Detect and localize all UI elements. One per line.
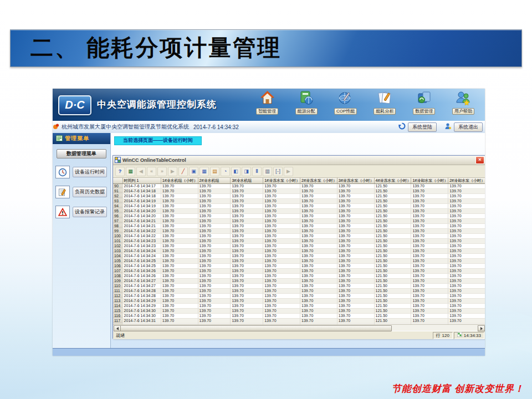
cell-value: 121.50 xyxy=(374,259,411,264)
nav-item-intelligent-management[interactable]: 智能管理 xyxy=(250,90,284,120)
column-header[interactable]: 3#冷水机组 xyxy=(231,178,263,184)
table-row[interactable]: 1112014-7-6 14:34:28139.70139.70139.7013… xyxy=(113,289,485,294)
table-row[interactable]: 902014-7-6 14:34:17139.70139.70139.70139… xyxy=(113,184,485,189)
expand-rows-icon[interactable]: [-] xyxy=(273,167,283,176)
cell-value: 139.70 xyxy=(337,249,374,254)
scrollbar-thumb[interactable] xyxy=(120,325,392,331)
cell-timestamp: 2014-7-6 14:34:26 xyxy=(122,274,161,279)
column-header[interactable]: 1#冷水机组（小时） xyxy=(161,178,198,184)
column-header[interactable]: 3#冷冻水泵（小时） xyxy=(337,178,374,184)
wincc-titlebar[interactable]: WinCC OnlineTableControl × xyxy=(113,156,485,165)
table-row[interactable]: 1012014-7-6 14:34:23139.70139.70139.7013… xyxy=(113,239,485,244)
column-header[interactable]: 2#冷水机组 xyxy=(198,178,231,184)
table-row[interactable]: 1092014-7-6 14:34:27139.70139.70139.7013… xyxy=(113,279,485,284)
column-header[interactable]: 2#冷冻水泵（小时） xyxy=(300,178,337,184)
table-row[interactable]: 912014-7-6 14:34:18139.70139.70139.70139… xyxy=(113,189,485,194)
data-management-menu-button[interactable]: 数据管理菜单 xyxy=(57,149,106,158)
cell-value: 139.70 xyxy=(161,284,198,289)
nav-item-energy-allocation[interactable]: 能源分配 xyxy=(289,90,324,120)
configure-table-icon[interactable]: ▦ xyxy=(126,167,135,176)
help-icon[interactable]: ? xyxy=(115,167,125,176)
nav-item-cop-performance[interactable]: COP性能 xyxy=(329,90,363,120)
status-row-cell: 行 120 xyxy=(433,332,453,339)
sidebar-item-device-runtime[interactable]: 设备运行时间 xyxy=(55,166,110,178)
row-number: 101 xyxy=(113,239,122,244)
table-row[interactable]: 1022014-7-6 14:34:23139.70139.70139.7013… xyxy=(113,244,485,249)
row-number: 108 xyxy=(113,274,122,279)
table-row[interactable]: 1002014-7-6 14:34:22139.70139.70139.7013… xyxy=(113,234,485,239)
column-header[interactable]: 1#冷冻水泵（小时） xyxy=(263,178,300,184)
cell-value: 139.70 xyxy=(263,184,300,189)
cell-value: 139.70 xyxy=(231,214,263,219)
export-data-icon[interactable]: ◨ xyxy=(242,167,251,176)
current-page-banner: 当前选择页面——设备运行时间 xyxy=(114,136,202,145)
table-row[interactable]: 1152014-7-6 14:34:30139.70139.70139.7013… xyxy=(113,309,485,314)
sidebar-item-load-history[interactable]: 负荷历史数据 xyxy=(55,186,110,198)
refresh-icon[interactable] xyxy=(398,122,406,132)
cell-value: 139.70 xyxy=(161,289,198,294)
table-row[interactable]: 1132014-7-6 14:34:29139.70139.70139.7013… xyxy=(113,299,485,304)
nav-item-user-help[interactable]: 用户帮助 xyxy=(446,90,480,120)
cell-value: 139.70 xyxy=(231,194,263,199)
cell-value: 139.70 xyxy=(263,234,300,239)
copy-icon[interactable]: ▣ xyxy=(189,167,198,176)
pause-icon[interactable]: ‖ xyxy=(252,167,262,176)
horizontal-scrollbar[interactable] xyxy=(113,324,485,331)
system-login-button[interactable]: 系统登陆 xyxy=(408,122,437,132)
table-row[interactable]: 1052014-7-6 14:34:25139.70139.70139.7013… xyxy=(113,259,485,264)
table-row[interactable]: 932014-7-6 14:34:19139.70139.70139.70139… xyxy=(113,199,485,204)
table-row[interactable]: 1172014-7-6 14:34:31139.70139.70139.7013… xyxy=(113,319,485,324)
system-logout-button[interactable]: 系统退出 xyxy=(454,122,483,132)
close-icon[interactable]: × xyxy=(475,156,484,164)
column-header[interactable]: 1#冷却水泵（小时） xyxy=(411,178,448,184)
column-header[interactable]: 时间列 1 xyxy=(122,178,161,184)
export-begin-icon[interactable]: ◧ xyxy=(231,167,241,176)
cell-value: 121.50 xyxy=(374,189,411,194)
table-row[interactable]: 952014-7-6 14:34:20139.70139.70139.70139… xyxy=(113,209,485,214)
sidebar-item-device-alarm[interactable]: 设备报警记录 xyxy=(55,206,110,218)
table-row[interactable]: 1162014-7-6 14:34:30139.70139.70139.7013… xyxy=(113,314,485,319)
table-row[interactable]: 1142014-7-6 14:34:29139.70139.70139.7013… xyxy=(113,304,485,309)
cell-value: 139.70 xyxy=(161,184,198,189)
table-row[interactable]: 1082014-7-6 14:34:26139.70139.70139.7013… xyxy=(113,274,485,279)
time-base-icon[interactable]: ◔ xyxy=(221,167,230,176)
table-row[interactable]: 1032014-7-6 14:34:24139.70139.70139.7013… xyxy=(113,249,485,254)
table-row[interactable]: 942014-7-6 14:34:19139.70139.70139.70139… xyxy=(113,204,485,209)
cell-value: 139.70 xyxy=(263,224,300,229)
energy-allocation-icon xyxy=(299,90,314,108)
row-number: 103 xyxy=(113,249,122,254)
cell-value: 139.70 xyxy=(411,289,448,294)
cell-value: 139.70 xyxy=(198,249,231,254)
cell-value: 139.70 xyxy=(231,304,263,309)
select-columns-icon[interactable]: ▦ xyxy=(200,167,209,176)
cell-value: 139.70 xyxy=(300,214,337,219)
cell-value: 139.70 xyxy=(448,319,485,324)
cell-value: 139.70 xyxy=(161,254,198,259)
table-row[interactable]: 972014-7-6 14:34:21139.70139.70139.70139… xyxy=(113,219,485,224)
scroll-right-icon[interactable] xyxy=(478,325,485,331)
nav-item-energy-analysis[interactable]: 能耗分析 xyxy=(367,90,402,120)
nav-item-data-management[interactable]: 数据管理 xyxy=(407,90,441,120)
table-row[interactable]: 992014-7-6 14:34:22139.70139.70139.70139… xyxy=(113,229,485,234)
column-header[interactable]: 4#冷冻水泵（小时） xyxy=(374,178,411,184)
table-row[interactable]: 982014-7-6 14:34:21139.70139.70139.70139… xyxy=(113,224,485,229)
table-row[interactable]: 1102014-7-6 14:34:27139.70139.70139.7013… xyxy=(113,284,485,289)
table-row[interactable]: 962014-7-6 14:34:20139.70139.70139.70139… xyxy=(113,214,485,219)
table-row[interactable]: 1042014-7-6 14:34:24139.70139.70139.7013… xyxy=(113,254,485,259)
edit-icon[interactable]: ╱ xyxy=(178,167,188,176)
cell-value: 139.70 xyxy=(263,294,300,299)
column-header[interactable]: 2#冷却水泵（小时） xyxy=(448,178,485,184)
table-row[interactable]: 922014-7-6 14:34:18139.70139.70139.70139… xyxy=(113,194,485,199)
cell-value: 139.70 xyxy=(448,224,485,229)
cell-value: 139.70 xyxy=(448,289,485,294)
cell-value: 139.70 xyxy=(411,319,448,324)
print-icon[interactable]: ▥ xyxy=(263,167,272,176)
table-row[interactable]: 1062014-7-6 14:34:25139.70139.70139.7013… xyxy=(113,264,485,269)
select-time-range-icon[interactable]: ▤ xyxy=(210,167,219,176)
table-row[interactable]: 1122014-7-6 14:34:28139.70139.70139.7013… xyxy=(113,294,485,299)
cell-value: 139.70 xyxy=(263,299,300,304)
table-row[interactable]: 1072014-7-6 14:34:26139.70139.70139.7013… xyxy=(113,269,485,274)
cell-value: 139.70 xyxy=(198,284,231,289)
cell-value: 139.70 xyxy=(337,239,374,244)
cell-value: 139.70 xyxy=(198,224,231,229)
